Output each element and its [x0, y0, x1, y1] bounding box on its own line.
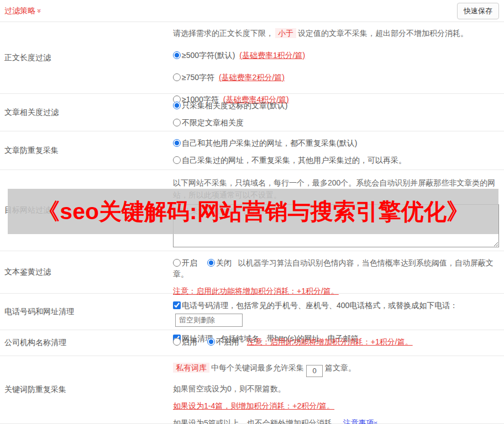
row-relevance-filter: 文章相关度过滤 只采集相关度达标的文章(默认) 不限定文章相关度 — [0, 94, 504, 131]
length-option-750: ≥750字符 (基础费率2积分/篇) — [173, 72, 498, 83]
row-content: 自己和其他用户采集过的网址，都不重复采集(默认) 自己采集过的网址，不重复采集，… — [173, 131, 504, 169]
radio-relevance-any[interactable]: 不限定文章相关度 — [173, 118, 244, 127]
radio-porn-on-input[interactable] — [173, 259, 181, 267]
radio-porn-off-label: 关闭 — [216, 258, 232, 267]
checkbox-phone-clean-input[interactable] — [173, 301, 181, 309]
phone-clean-line: 电话号码清理，包括常见的手机号、座机号、400电话格式，或替换成如下电话： — [173, 300, 498, 327]
target-site-description: 以下网站不采集，只填域名，每行一个，最多200个。系统会自动识别并屏蔽那些非文章… — [173, 177, 499, 201]
keyword-note-unlimited: 如果留空或设为0，则不限篇数。 — [173, 383, 498, 394]
row-phone-url-clean: 电话号码和网址清理 电话号码清理，包括常见的手机号、座机号、400电话格式，或替… — [0, 294, 504, 330]
replacement-phone-input[interactable] — [175, 314, 243, 327]
notes-link[interactable]: 注意事项» — [343, 418, 378, 424]
radio-porn-on-label: 开启 — [182, 258, 197, 267]
row-label: 文本鉴黄过滤 — [0, 251, 173, 293]
blocked-domains-textarea[interactable] — [173, 204, 499, 247]
keyword-limit-unit: 篇文章。 — [325, 363, 356, 372]
radio-dedup-global[interactable]: 自己和其他用户采集过的网址，都不重复采集(默认) — [173, 139, 357, 147]
row-label: 文章相关度过滤 — [0, 94, 173, 131]
radio-length-500-label: ≥500字符(默认) — [182, 51, 235, 60]
keyword-max-count-input[interactable] — [306, 365, 323, 377]
row-content: 启用 不启用 注意：启用此功能将增加积分消耗：+1积分/篇。 — [173, 330, 504, 356]
quick-save-button[interactable]: 快速保存 — [457, 3, 499, 19]
radio-length-500[interactable]: ≥500字符(默认) — [173, 51, 235, 60]
length-intro: 请选择需求的正文长度下限，小于设定值的文章不采集，超出部分不增加积分消耗。 — [173, 28, 498, 39]
relevance-option-1: 只采集相关度达标的文章(默认) — [173, 100, 498, 111]
radio-company-off[interactable]: 不启用 — [207, 337, 239, 346]
radio-company-on-label: 启用 — [182, 337, 197, 346]
radio-company-on[interactable]: 启用 — [173, 337, 197, 346]
radio-length-500-input[interactable] — [173, 51, 181, 59]
row-label: 公司机构名称清理 — [0, 330, 173, 356]
length-500-fee-note: (基础费率1积分/篇) — [239, 51, 305, 60]
radio-porn-off-input[interactable] — [207, 259, 215, 267]
company-cost-note: 注意：启用此功能将增加积分消耗：+1积分/篇。 — [247, 337, 413, 346]
row-keyword-dedup: 关键词防重复采集 私有词库中每个关键词最多允许采集篇文章。 如果留空或设为0，则… — [0, 356, 504, 424]
relevance-option-2: 不限定文章相关度 — [173, 117, 498, 128]
less-than-highlight: 小于 — [275, 28, 296, 38]
radio-length-750-input[interactable] — [173, 73, 181, 81]
radio-relevance-strict[interactable]: 只采集相关度达标的文章(默认) — [173, 101, 287, 110]
page-title[interactable]: 过滤策略 » — [4, 6, 41, 16]
private-thesaurus-tag: 私有词库 — [173, 363, 209, 373]
length-option-500: ≥500字符(默认) (基础费率1积分/篇) — [173, 50, 498, 61]
row-content: 以下网站不采集，只填域名，每行一个，最多200个。系统会自动识别并屏蔽那些非文章… — [173, 170, 504, 251]
porn-options-line: 开启 关闭 以机器学习算法自动识别色情内容，当色情概率达到系统阈值，自动屏蔽文章… — [173, 257, 498, 279]
row-label: 正文长度过滤 — [0, 22, 173, 93]
radio-dedup-self-input[interactable] — [173, 156, 181, 164]
radio-dedup-global-input[interactable] — [173, 139, 181, 147]
keyword-limit-text: 中每个关键词最多允许采集 — [211, 363, 304, 372]
row-target-site-filter: 目标网站过滤 以下网站不采集，只填域名，每行一个，最多200个。系统会自动识别并… — [0, 170, 504, 251]
row-content: 私有词库中每个关键词最多允许采集篇文章。 如果留空或设为0，则不限篇数。 如果设… — [173, 356, 504, 423]
chevron-down-icon: » — [36, 9, 43, 13]
keyword-note-free-line: 如果设为5篇或以上，也不会额外增加积分消耗。注意事项» — [173, 417, 498, 424]
radio-company-on-input[interactable] — [173, 338, 181, 346]
topbar: 过滤策略 » 快速保存 — [0, 0, 504, 22]
radio-dedup-self[interactable]: 自己采集过的网址，不重复采集，其他用户采集过的，可以再采。 — [173, 156, 406, 165]
length-intro-before: 请选择需求的正文长度下限， — [173, 29, 274, 38]
checkbox-phone-clean-label: 电话号码清理，包括常见的手机号、座机号、400电话格式，或替换成如下电话： — [182, 301, 458, 310]
notes-link-label: 注意事项 — [343, 418, 374, 424]
radio-company-off-label: 不启用 — [216, 337, 239, 346]
dedup-option-1: 自己和其他用户采集过的网址，都不重复采集(默认) — [173, 137, 498, 149]
radio-porn-off[interactable]: 关闭 — [207, 258, 232, 267]
row-content: 只采集相关度达标的文章(默认) 不限定文章相关度 — [173, 94, 504, 131]
row-article-dedup: 文章防重复采集 自己和其他用户采集过的网址，都不重复采集(默认) 自己采集过的网… — [0, 131, 504, 170]
radio-relevance-any-input[interactable] — [173, 119, 181, 126]
length-750-fee-note: (基础费率2积分/篇) — [219, 73, 285, 82]
radio-company-off-input[interactable] — [207, 338, 215, 346]
row-porn-filter: 文本鉴黄过滤 开启 关闭 以机器学习算法自动识别色情内容，当色情概率达到系统阈值… — [0, 251, 504, 294]
radio-length-750-label: ≥750字符 — [182, 73, 214, 82]
radio-dedup-global-label: 自己和其他用户采集过的网址，都不重复采集(默认) — [182, 139, 357, 147]
radio-relevance-strict-label: 只采集相关度达标的文章(默认) — [182, 101, 287, 110]
filter-strategy-page: 过滤策略 » 快速保存 正文长度过滤 请选择需求的正文长度下限，小于设定值的文章… — [0, 0, 504, 424]
row-label: 目标网站过滤 — [0, 170, 173, 251]
row-label: 电话号码和网址清理 — [0, 294, 173, 330]
keyword-limit-line: 私有词库中每个关键词最多允许采集篇文章。 — [173, 362, 498, 377]
keyword-note-cost: 如果设为1-4篇，则增加积分消耗：+2积分/篇。 — [173, 400, 498, 411]
company-options-line: 启用 不启用 注意：启用此功能将增加积分消耗：+1积分/篇。 — [173, 336, 498, 347]
dedup-option-2: 自己采集过的网址，不重复采集，其他用户采集过的，可以再采。 — [173, 155, 498, 166]
row-content-length-filter: 正文长度过滤 请选择需求的正文长度下限，小于设定值的文章不采集，超出部分不增加积… — [0, 22, 504, 94]
length-intro-after: 设定值的文章不采集，超出部分不增加积分消耗。 — [298, 29, 468, 38]
row-content: 请选择需求的正文长度下限，小于设定值的文章不采集，超出部分不增加积分消耗。 ≥5… — [173, 22, 504, 93]
radio-dedup-self-label: 自己采集过的网址，不重复采集，其他用户采集过的，可以再采。 — [182, 156, 406, 165]
radio-porn-on[interactable]: 开启 — [173, 258, 197, 267]
radio-length-750[interactable]: ≥750字符 — [173, 73, 214, 82]
radio-relevance-strict-input[interactable] — [173, 102, 181, 109]
keyword-note-free: 如果设为5篇或以上，也不会额外增加积分消耗。 — [173, 418, 340, 424]
checkbox-phone-clean[interactable]: 电话号码清理，包括常见的手机号、座机号、400电话格式，或替换成如下电话： — [173, 301, 458, 310]
row-content: 电话号码清理，包括常见的手机号、座机号、400电话格式，或替换成如下电话： 网址… — [173, 294, 504, 330]
chevron-down-icon: » — [372, 421, 380, 424]
row-content: 开启 关闭 以机器学习算法自动识别色情内容，当色情概率达到系统阈值，自动屏蔽文章… — [173, 251, 504, 293]
row-company-name-clean: 公司机构名称清理 启用 不启用 注意：启用此功能将增加积分消耗：+1积分/篇。 — [0, 330, 504, 356]
radio-relevance-any-label: 不限定文章相关度 — [182, 118, 244, 127]
row-label: 文章防重复采集 — [0, 131, 173, 169]
page-title-text: 过滤策略 — [4, 6, 35, 16]
row-label: 关键词防重复采集 — [0, 356, 173, 423]
